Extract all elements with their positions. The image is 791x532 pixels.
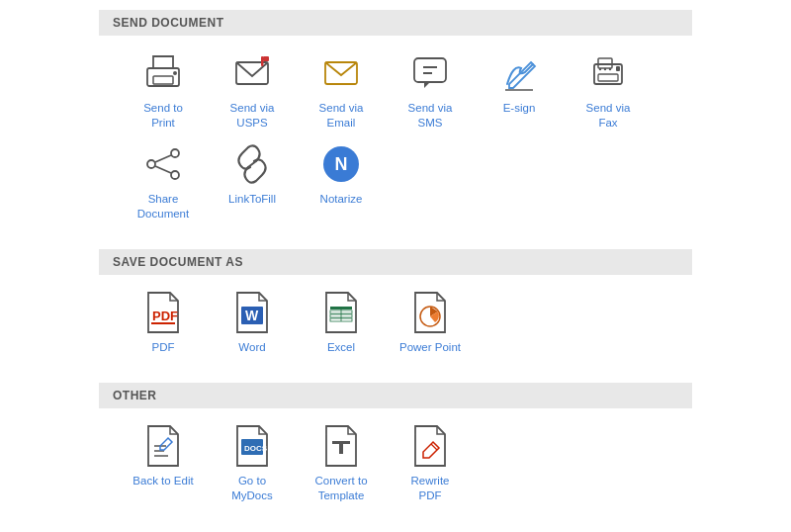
- other-section: OTHER Back to Edit: [99, 383, 692, 523]
- svg-line-21: [155, 155, 171, 162]
- send-via-fax-item[interactable]: Send viaFax: [564, 49, 653, 131]
- save-excel-item[interactable]: Excel: [297, 289, 386, 355]
- svg-text:DOCS: DOCS: [244, 444, 268, 453]
- save-excel-label: Excel: [327, 340, 355, 355]
- send-via-email-icon: [317, 49, 365, 97]
- svg-text:PDF: PDF: [152, 309, 178, 323]
- back-to-edit-icon: [139, 422, 187, 470]
- send-to-print-item[interactable]: Send toPrint: [119, 49, 208, 131]
- share-document-icon: [139, 140, 187, 188]
- other-grid: Back to Edit DOCS Go toMyDocs: [99, 408, 692, 523]
- convert-to-template-icon: [317, 422, 365, 470]
- send-document-header: SEND DOCUMENT: [99, 10, 692, 36]
- save-pdf-icon: PDF: [139, 289, 187, 336]
- rewrite-pdf-item[interactable]: RewritePDF: [386, 422, 475, 503]
- send-document-section: SEND DOCUMENT Send toPrint: [99, 10, 692, 241]
- send-via-fax-label: Send viaFax: [586, 101, 631, 131]
- svg-point-18: [171, 149, 179, 157]
- send-to-print-icon: [139, 49, 187, 97]
- send-via-usps-label: Send viaUSPS: [230, 101, 275, 131]
- send-via-usps-item[interactable]: Send viaUSPS: [208, 49, 297, 131]
- svg-point-15: [599, 68, 601, 70]
- svg-line-23: [248, 161, 256, 167]
- save-powerpoint-icon: [406, 289, 454, 336]
- svg-text:W: W: [245, 308, 259, 323]
- svg-rect-27: [151, 322, 175, 324]
- send-to-print-label: Send toPrint: [143, 101, 183, 131]
- send-via-usps-icon: [228, 49, 276, 97]
- svg-point-20: [171, 171, 179, 179]
- svg-point-2: [173, 71, 177, 75]
- svg-point-17: [609, 68, 611, 70]
- send-document-grid: Send toPrint Send viaUSPS: [99, 36, 692, 241]
- notarize-label: Notarize: [320, 192, 363, 207]
- save-document-header: SAVE DOCUMENT AS: [99, 249, 692, 275]
- go-to-mydocs-item[interactable]: DOCS Go toMyDocs: [208, 422, 297, 503]
- save-document-section: SAVE DOCUMENT AS PDF PDF: [99, 249, 692, 375]
- svg-rect-14: [616, 66, 620, 71]
- save-powerpoint-item[interactable]: Power Point: [386, 289, 475, 355]
- notarize-icon: N: [317, 140, 365, 188]
- linktofill-item[interactable]: LinkToFill: [208, 140, 297, 222]
- save-powerpoint-label: Power Point: [399, 340, 461, 355]
- save-word-label: Word: [238, 340, 265, 355]
- save-word-item[interactable]: W Word: [208, 289, 297, 355]
- main-container: SEND DOCUMENT Send toPrint: [99, 10, 692, 531]
- svg-rect-5: [263, 56, 269, 61]
- svg-rect-42: [339, 444, 343, 454]
- esign-icon: [495, 49, 543, 97]
- back-to-edit-item[interactable]: Back to Edit: [119, 422, 208, 503]
- notarize-item[interactable]: N Notarize: [297, 140, 386, 222]
- linktofill-label: LinkToFill: [228, 192, 276, 207]
- send-via-fax-icon: [584, 49, 632, 97]
- send-via-sms-label: Send viaSMS: [408, 101, 453, 131]
- esign-item[interactable]: E-sign: [475, 49, 564, 131]
- back-to-edit-label: Back to Edit: [132, 474, 193, 488]
- send-via-sms-icon: [406, 49, 454, 97]
- linktofill-icon: [228, 140, 276, 188]
- esign-label: E-sign: [503, 101, 536, 116]
- svg-point-16: [604, 68, 606, 70]
- svg-line-22: [155, 166, 171, 173]
- convert-to-template-label: Convert toTemplate: [314, 474, 367, 503]
- go-to-mydocs-label: Go toMyDocs: [231, 474, 273, 503]
- save-word-icon: W: [228, 289, 276, 336]
- svg-rect-1: [153, 76, 173, 84]
- save-pdf-label: PDF: [152, 340, 175, 355]
- share-document-item[interactable]: ShareDocument: [119, 140, 208, 222]
- rewrite-pdf-icon: [406, 422, 454, 470]
- svg-rect-41: [332, 441, 350, 444]
- go-to-mydocs-icon: DOCS: [228, 422, 276, 470]
- send-via-email-item[interactable]: Send viaEmail: [297, 49, 386, 131]
- svg-text:N: N: [335, 154, 348, 174]
- save-pdf-item[interactable]: PDF PDF: [119, 289, 208, 355]
- other-header: OTHER: [99, 383, 692, 408]
- send-via-sms-item[interactable]: Send viaSMS: [386, 49, 475, 131]
- save-document-grid: PDF PDF W Word: [99, 275, 692, 375]
- svg-rect-7: [414, 58, 446, 82]
- share-document-label: ShareDocument: [137, 192, 189, 222]
- rewrite-pdf-label: RewritePDF: [411, 474, 450, 503]
- svg-point-19: [147, 160, 155, 168]
- svg-rect-12: [598, 58, 612, 68]
- save-excel-icon: [317, 289, 365, 336]
- svg-rect-13: [598, 74, 618, 81]
- send-via-email-label: Send viaEmail: [319, 101, 364, 131]
- convert-to-template-item[interactable]: Convert toTemplate: [297, 422, 386, 503]
